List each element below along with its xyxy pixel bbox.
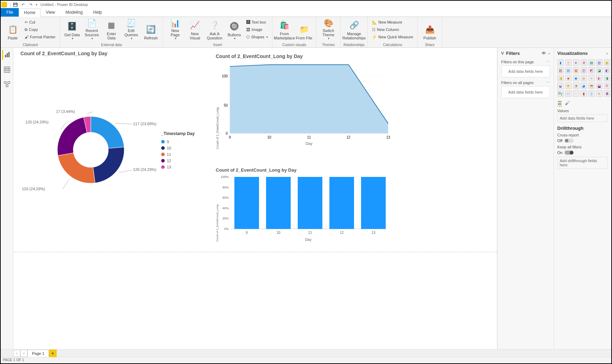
buttons-button[interactable]: 🔘Buttons — [225, 18, 244, 41]
viz-type-11[interactable]: ◩ — [588, 67, 595, 74]
image-button[interactable]: 🖼Image — [245, 26, 269, 33]
brush-icon: 🖌 — [25, 35, 29, 39]
cross-report-toggle[interactable] — [564, 139, 574, 143]
page-next-button[interactable]: › — [20, 350, 27, 357]
cut-button[interactable]: ✂Cut — [23, 19, 57, 26]
new-visual-button[interactable]: 📈New Visual — [186, 18, 204, 41]
text-box-button[interactable]: 🅰Text box — [245, 19, 269, 26]
data-view-button[interactable] — [2, 65, 12, 75]
tab-view[interactable]: View — [40, 8, 60, 17]
tab-file[interactable]: File — [1, 8, 19, 17]
copy-button[interactable]: ⧉Copy — [23, 26, 57, 33]
tab-home[interactable]: Home — [19, 8, 40, 17]
viz-type-16[interactable]: ◉ — [573, 75, 579, 81]
svg-line-12 — [7, 83, 9, 85]
add-page-button[interactable]: + — [49, 350, 57, 357]
more-icon[interactable]: ⋯ — [546, 80, 550, 85]
donut-visual[interactable]: Count of 2_EventCount_Long by Day 117 (2… — [20, 51, 210, 212]
shapes-button[interactable]: ⬠Shapes — [245, 33, 269, 40]
tab-modeling[interactable]: Modeling — [60, 8, 88, 17]
viz-type-2[interactable]: ≡ — [573, 59, 579, 66]
redo-icon[interactable]: ↷ — [28, 1, 34, 8]
viz-type-23[interactable]: ◔ — [573, 83, 579, 89]
slice-label-12: 120 (24.29%) — [25, 120, 49, 124]
values-label: Values — [557, 109, 608, 113]
bar-visual[interactable]: Count of 2_EventCount_Long by Day Count … — [216, 167, 395, 248]
viz-type-7[interactable]: ▧ — [557, 67, 564, 74]
image-icon: 🖼 — [246, 27, 250, 32]
viz-type-24[interactable]: ◕ — [581, 83, 587, 89]
viz-type-10[interactable]: ◫ — [581, 67, 587, 74]
switch-theme-button[interactable]: 🎨Switch Theme — [319, 18, 337, 41]
viz-type-15[interactable]: ◈ — [565, 75, 572, 81]
viz-type-19[interactable]: ◐ — [596, 75, 602, 81]
viz-type-29[interactable]: □ — [565, 90, 572, 97]
viz-type-25[interactable]: ⬒ — [588, 83, 595, 89]
paste-button[interactable]: 📋Paste — [4, 18, 22, 41]
viz-type-34[interactable]: ≣ — [604, 90, 610, 97]
window-title: Untitled - Power BI Desktop — [40, 2, 88, 7]
new-quick-measure-button[interactable]: ⚡New Quick Measure — [371, 33, 415, 40]
viz-type-17[interactable]: ◎ — [581, 75, 587, 81]
area-visual[interactable]: Count of 2_EventCount_Long by Day Count … — [216, 53, 395, 159]
viz-type-8[interactable]: ▨ — [565, 67, 572, 74]
from-marketplace-button[interactable]: 🛍️From Marketplace — [275, 18, 294, 41]
viz-type-12[interactable]: ◪ — [596, 67, 602, 74]
values-drop[interactable]: Add data fields here — [557, 114, 608, 122]
report-canvas[interactable]: Count of 2_EventCount_Long by Day 117 (2… — [13, 48, 497, 349]
new-column-button[interactable]: ☷New Column — [371, 26, 415, 33]
recent-sources-button[interactable]: 📄Recent Sources — [83, 18, 101, 41]
visibility-icon[interactable]: 👁 — [542, 51, 546, 56]
model-view-button[interactable] — [2, 79, 12, 89]
viz-type-18[interactable]: ○ — [588, 75, 595, 81]
undo-icon[interactable]: ↶ — [20, 1, 26, 8]
format-tab-icon[interactable]: 🖌 — [565, 100, 570, 107]
viz-type-4[interactable]: ▤ — [588, 59, 595, 66]
publish-button[interactable]: 📤Publish — [421, 18, 439, 41]
keep-filters-toggle[interactable] — [564, 151, 574, 155]
ask-question-button[interactable]: ❔Ask A Question — [206, 18, 224, 41]
viz-type-32[interactable]: ▯ — [588, 90, 595, 97]
refresh-button[interactable]: 🔄Refresh — [142, 18, 160, 41]
page-prev-button[interactable]: ‹ — [13, 350, 20, 357]
viz-type-5[interactable]: ▥ — [596, 59, 602, 66]
fields-tab-icon[interactable]: ☰ — [557, 100, 562, 107]
format-painter-button[interactable]: 🖌Format Painter — [23, 33, 57, 40]
viz-type-1[interactable]: ▯ — [565, 59, 572, 66]
new-page-button[interactable]: 📊New Page — [166, 18, 184, 41]
viz-type-22[interactable]: ◓ — [565, 83, 572, 89]
viz-type-3[interactable]: ≣ — [581, 59, 587, 66]
viz-type-13[interactable]: ◧ — [604, 67, 610, 74]
report-view-button[interactable] — [2, 50, 12, 60]
from-file-button[interactable]: 📁From File — [295, 18, 313, 41]
viz-type-28[interactable]: Py — [557, 90, 564, 97]
viz-type-20[interactable]: ◑ — [604, 75, 610, 81]
edit-queries-button[interactable]: 🧾Edit Queries — [122, 18, 140, 41]
viz-type-9[interactable]: ▩ — [573, 67, 579, 74]
filters-drop-all-pages[interactable]: Add data fields here — [501, 86, 550, 98]
collapse-icon[interactable]: › — [606, 51, 608, 56]
get-data-button[interactable]: 🗄️Get Data — [63, 18, 81, 41]
more-icon[interactable]: ⋯ — [546, 59, 550, 64]
page-tab-1[interactable]: Page 1 — [27, 350, 49, 357]
viz-type-26[interactable]: ⬓ — [596, 83, 602, 89]
enter-data-button[interactable]: ▦Enter Data — [102, 18, 121, 41]
new-measure-button[interactable]: 📐New Measure — [371, 19, 415, 26]
viz-type-33[interactable]: ≡ — [596, 90, 602, 97]
filters-drop-this-page[interactable]: Add data fields here — [501, 65, 550, 77]
save-icon[interactable]: 💾 — [12, 1, 19, 8]
column-icon: ☷ — [372, 27, 376, 32]
viz-type-30[interactable]: ⋯ — [573, 90, 579, 97]
viz-type-21[interactable]: ◒ — [557, 83, 564, 89]
tab-help[interactable]: Help — [88, 8, 107, 17]
drillthrough-drop[interactable]: Add drillthrough fields here — [557, 157, 608, 169]
collapse-icon[interactable]: › — [548, 51, 550, 56]
viz-type-0[interactable]: ▮ — [557, 59, 564, 66]
viz-type-14[interactable]: ◨ — [557, 75, 564, 81]
slice-label-9: 117 (23.68%) — [133, 122, 156, 126]
viz-type-27[interactable]: R — [604, 83, 610, 89]
svg-rect-8 — [4, 82, 6, 83]
viz-type-6[interactable]: ▦ — [604, 59, 610, 66]
viz-type-31[interactable]: ▮ — [581, 90, 587, 97]
manage-relationships-button[interactable]: 🔗Manage Relationships — [345, 18, 363, 41]
